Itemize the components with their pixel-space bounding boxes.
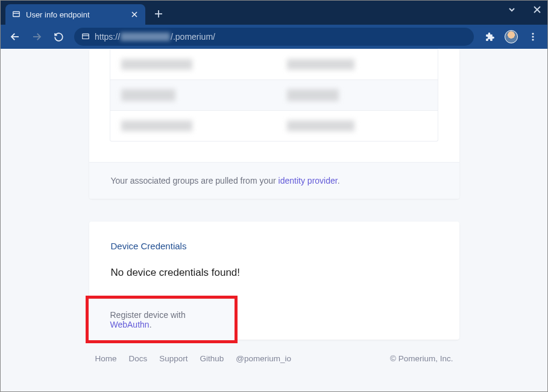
window-controls — [505, 3, 544, 16]
url-text: https:// /.pomerium/ — [95, 32, 215, 42]
footer-copyright: © Pomerium, Inc. — [390, 354, 453, 363]
page-footer: Home Docs Support Github @pomerium_io © … — [89, 354, 459, 363]
browser-toolbar: https:// /.pomerium/ — [1, 25, 547, 49]
reload-button[interactable] — [49, 27, 68, 46]
avatar — [505, 30, 518, 43]
webauthn-link[interactable]: WebAuthn — [110, 320, 150, 329]
no-credentials-message: No device credentials found! — [111, 267, 438, 279]
footer-links: Home Docs Support Github @pomerium_io — [95, 354, 292, 363]
svg-rect-10 — [83, 34, 89, 39]
redacted-cell — [121, 59, 192, 70]
window-close-button[interactable] — [531, 3, 544, 16]
redacted-cell — [121, 89, 175, 101]
groups-footer-text: Your associated groups are pulled from y… — [111, 176, 279, 185]
redacted-cell — [287, 89, 339, 101]
tab-close-button[interactable] — [130, 10, 139, 19]
groups-table — [110, 49, 438, 142]
footer-link-github[interactable]: Github — [200, 354, 224, 363]
tab-title: User info endpoint — [26, 10, 125, 19]
forward-button[interactable] — [27, 27, 46, 46]
table-row — [110, 49, 438, 79]
url-redacted-host — [121, 33, 170, 41]
device-credentials-title: Device Credentials — [111, 241, 438, 251]
highlight-annotation: Register device with WebAuthn. — [86, 296, 238, 343]
footer-link-home[interactable]: Home — [95, 354, 117, 363]
svg-point-12 — [532, 33, 534, 34]
redacted-cell — [121, 120, 192, 131]
url-prefix: https:// — [95, 32, 120, 42]
tab-favicon — [11, 10, 21, 19]
device-card-footer: Register device with WebAuthn. — [89, 299, 235, 340]
svg-point-14 — [532, 39, 534, 40]
tabs-dropdown-button[interactable] — [505, 3, 518, 16]
redacted-cell — [287, 59, 354, 70]
footer-link-support[interactable]: Support — [159, 354, 187, 363]
url-suffix: /.pomerium/ — [171, 32, 215, 42]
browser-titlebar: User info endpoint — [1, 1, 547, 25]
address-bar[interactable]: https:// /.pomerium/ — [74, 28, 474, 46]
menu-button[interactable] — [523, 27, 543, 46]
new-tab-button[interactable] — [150, 5, 167, 22]
extensions-button[interactable] — [480, 27, 499, 46]
footer-link-twitter[interactable]: @pomerium_io — [236, 354, 291, 363]
svg-point-13 — [532, 36, 534, 37]
browser-tab[interactable]: User info endpoint — [5, 4, 145, 25]
register-device-text-post: . — [150, 320, 152, 329]
site-info-icon[interactable] — [81, 33, 90, 41]
groups-card-footer: Your associated groups are pulled from y… — [89, 162, 459, 199]
groups-card: Your associated groups are pulled from y… — [89, 49, 459, 199]
register-device-text: Register device with — [110, 310, 186, 320]
table-row — [110, 110, 438, 141]
footer-link-docs[interactable]: Docs — [129, 354, 148, 363]
device-credentials-card: Device Credentials No device credentials… — [89, 222, 459, 340]
redacted-cell — [287, 120, 354, 131]
svg-rect-0 — [13, 11, 20, 16]
back-button[interactable] — [5, 27, 25, 46]
identity-provider-link[interactable]: identity provider — [279, 176, 338, 185]
table-row — [110, 79, 438, 110]
page-viewport[interactable]: Your associated groups are pulled from y… — [1, 49, 547, 391]
profile-button[interactable] — [502, 27, 521, 46]
groups-footer-text-post: . — [338, 176, 340, 185]
